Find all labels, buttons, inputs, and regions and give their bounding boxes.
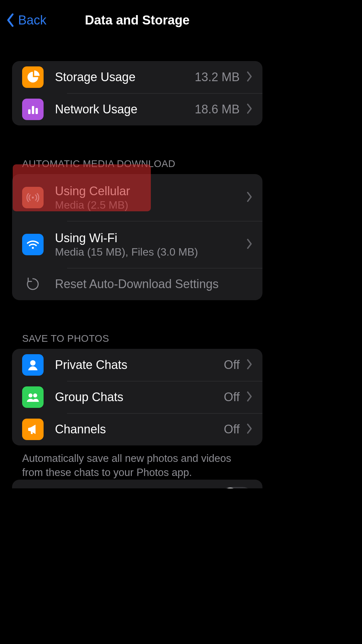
svg-rect-1 xyxy=(32,106,34,114)
nav-bar: Back Data and Storage xyxy=(0,0,275,40)
auto-cellular-label: Using Cellular xyxy=(55,184,240,198)
save-group-label: Group Chats xyxy=(55,390,220,404)
auto-cellular-row[interactable]: Using Cellular Media (2.5 MB) xyxy=(12,174,262,221)
network-usage-row[interactable]: Network Usage 18.6 MB xyxy=(12,93,262,125)
back-label: Back xyxy=(18,13,46,28)
storage-usage-row[interactable]: Storage Usage 13.2 MB xyxy=(12,61,262,93)
save-photos-header: SAVE TO PHOTOS xyxy=(0,333,275,349)
save-channels-value: Off xyxy=(224,422,240,436)
save-channels-label: Channels xyxy=(55,422,220,436)
chevron-right-icon xyxy=(246,391,252,403)
megaphone-icon xyxy=(22,419,44,440)
chevron-left-icon xyxy=(6,13,15,27)
storage-usage-value: 13.2 MB xyxy=(195,70,240,84)
person-icon xyxy=(22,354,44,376)
storage-usage-label: Storage Usage xyxy=(55,70,191,84)
page-title: Data and Storage xyxy=(85,13,190,28)
auto-download-header: AUTOMATIC MEDIA DOWNLOAD xyxy=(0,158,275,174)
chevron-right-icon xyxy=(246,104,252,115)
pie-chart-icon xyxy=(22,66,44,88)
back-button[interactable]: Back xyxy=(6,13,46,28)
auto-wifi-label: Using Wi-Fi xyxy=(55,231,240,245)
group-icon xyxy=(22,386,44,408)
wifi-icon xyxy=(22,234,44,255)
network-usage-label: Network Usage xyxy=(55,102,191,116)
chevron-right-icon xyxy=(246,71,252,83)
auto-reset-label: Reset Auto-Download Settings xyxy=(55,277,252,291)
chevron-right-icon xyxy=(246,239,252,250)
auto-wifi-row[interactable]: Using Wi-Fi Media (15 MB), Files (3.0 MB… xyxy=(12,221,262,268)
auto-download-group: Using Cellular Media (2.5 MB) Using Wi-F… xyxy=(12,174,262,300)
save-private-value: Off xyxy=(224,358,240,372)
usage-group: Storage Usage 13.2 MB Network Usage 18.6… xyxy=(12,61,262,125)
svg-point-5 xyxy=(30,360,36,366)
save-photos-group: Private Chats Off Group Chats Off Channe… xyxy=(12,349,262,445)
save-group-row[interactable]: Group Chats Off xyxy=(12,381,262,413)
partial-next-group xyxy=(12,480,262,488)
svg-rect-2 xyxy=(36,108,38,114)
auto-cellular-sub: Media (2.5 MB) xyxy=(55,199,240,211)
network-usage-value: 18.6 MB xyxy=(195,102,240,116)
svg-rect-0 xyxy=(28,109,31,114)
save-private-label: Private Chats xyxy=(55,358,220,372)
antenna-icon xyxy=(22,187,44,208)
svg-point-3 xyxy=(32,197,34,199)
toggle-switch[interactable] xyxy=(221,487,252,488)
save-group-value: Off xyxy=(224,390,240,404)
auto-reset-row[interactable]: Reset Auto-Download Settings xyxy=(12,268,262,300)
chevron-right-icon xyxy=(246,424,252,435)
svg-point-4 xyxy=(32,247,34,249)
save-channels-row[interactable]: Channels Off xyxy=(12,413,262,445)
chevron-right-icon xyxy=(246,192,252,203)
svg-point-7 xyxy=(33,393,37,397)
save-private-row[interactable]: Private Chats Off xyxy=(12,349,262,381)
chevron-right-icon xyxy=(246,359,252,371)
save-photos-footer: Automatically save all new photos and vi… xyxy=(0,445,275,480)
reset-icon xyxy=(22,273,44,295)
auto-wifi-sub: Media (15 MB), Files (3.0 MB) xyxy=(55,246,240,258)
svg-point-6 xyxy=(28,393,33,397)
bar-chart-icon xyxy=(22,99,44,120)
